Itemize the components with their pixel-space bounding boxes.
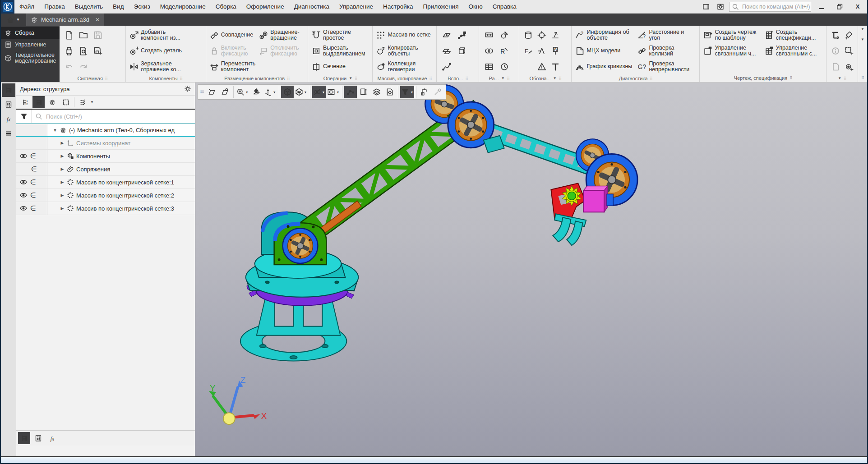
- tree-search-input[interactable]: [45, 113, 191, 120]
- viewport-3d[interactable]: ⠿⠿ ▼ ▼ ▼ ▼ ▼ ▼: [195, 83, 867, 456]
- robot-arm-model[interactable]: Y Z X: [195, 83, 867, 456]
- undo-button[interactable]: [63, 60, 75, 73]
- clipping-button[interactable]: ▼: [326, 86, 340, 98]
- print-button[interactable]: [63, 45, 75, 57]
- bottom-tab-tree[interactable]: [18, 432, 30, 444]
- move-component-button[interactable]: Переместить компонент: [208, 59, 257, 74]
- visibility-eye-icon[interactable]: [20, 205, 27, 212]
- aux-plane-button[interactable]: [440, 29, 453, 41]
- tree-selection-button[interactable]: [60, 96, 72, 108]
- layers-display-button[interactable]: [370, 86, 383, 98]
- sheet-display-button[interactable]: [383, 86, 396, 98]
- menu-help[interactable]: Справка: [488, 0, 522, 14]
- menu-layout[interactable]: Оформление: [241, 0, 289, 14]
- continuity-check-button[interactable]: G?Проверка непрерывности: [636, 59, 697, 74]
- mirror-components-button[interactable]: Зеркальное отражение ко...: [128, 59, 195, 74]
- mode-solid-modeling[interactable]: Твердотельное моделирование: [1, 51, 60, 66]
- orientation-button[interactable]: ▼: [263, 86, 277, 98]
- note-ruler-button[interactable]: [522, 60, 535, 73]
- linked-specs-button[interactable]: Управление связанными с...: [763, 43, 824, 59]
- tree-row-array-3[interactable]: ∈ ▶ Массив по концентрической сетке:3: [16, 202, 195, 215]
- add-camera-button[interactable]: [843, 60, 855, 73]
- expand-arrow-icon[interactable]: ▼: [53, 128, 57, 133]
- filter-button[interactable]: ▼: [400, 86, 414, 98]
- mode-management[interactable]: Управление: [1, 39, 60, 51]
- menu-window[interactable]: Окно: [463, 0, 487, 14]
- section-button[interactable]: Сечение: [310, 59, 370, 74]
- toolbar-drag-handle[interactable]: ⠿⠿: [199, 90, 204, 94]
- variables-panel-button[interactable]: fx: [2, 112, 15, 126]
- linked-drawings-button[interactable]: Управление связанными ч...: [702, 43, 762, 59]
- include-icon[interactable]: ∈: [29, 178, 37, 186]
- preview-button[interactable]: [77, 45, 90, 57]
- rebuild-button[interactable]: [829, 29, 842, 41]
- construction-mode-button[interactable]: [418, 86, 431, 98]
- wireframe-display-button[interactable]: ▼: [294, 86, 308, 98]
- include-icon[interactable]: ∈: [29, 152, 37, 160]
- info-report-button[interactable]: [829, 45, 842, 57]
- dim-time-button[interactable]: [498, 60, 511, 73]
- interface-layout-icon[interactable]: [700, 1, 712, 12]
- tree-row-array-1[interactable]: ∈ ▶ Массив по концентрической сетке:1: [16, 176, 195, 189]
- distance-angle-button[interactable]: ?Расстояние и угол: [636, 27, 697, 43]
- tab-close-icon[interactable]: ✕: [95, 17, 100, 23]
- tree-composition-button[interactable]: 12: [19, 96, 31, 108]
- interface-settings-icon[interactable]: [715, 1, 726, 12]
- note-cylinder-button[interactable]: [522, 29, 535, 41]
- aux-planes-button[interactable]: [440, 45, 453, 57]
- open-button[interactable]: [77, 29, 90, 41]
- cut-extrude-button[interactable]: Вырезать выдавливанием: [310, 43, 370, 59]
- tree-row-root[interactable]: ▼ (-) Mechanic arm (Тел-0, Сборочных ед: [16, 124, 195, 137]
- menu-management[interactable]: Управление: [334, 0, 378, 14]
- menu-select[interactable]: Выделить: [70, 0, 108, 14]
- bottom-tab-variables[interactable]: fx: [46, 432, 58, 444]
- save-as-button[interactable]: [92, 45, 104, 57]
- dim-radial-button[interactable]: [483, 45, 495, 57]
- tree-filter-funnel-icon[interactable]: [16, 110, 32, 123]
- tree-row-array-2[interactable]: ∈ ▶ Массив по концентрической сетке:2: [16, 189, 195, 202]
- geometry-collection-button[interactable]: Коллекция геометрии: [375, 59, 434, 74]
- menu-sketch[interactable]: Эскиз: [129, 0, 155, 14]
- dim-r-button[interactable]: R: [498, 45, 511, 57]
- tree-row-components[interactable]: ∈ ▶ Компоненты: [16, 150, 195, 163]
- close-button[interactable]: X: [850, 0, 865, 13]
- object-info-button[interactable]: ?Информация об объекте: [574, 27, 635, 43]
- panel-menu-button[interactable]: [2, 127, 15, 140]
- collision-check-button[interactable]: Проверка коллизий: [636, 43, 697, 59]
- create-spec-button[interactable]: Создать спецификаци...: [763, 27, 824, 43]
- tree-filter-dropdown-icon[interactable]: ▼: [90, 100, 94, 104]
- grid-array-button[interactable]: Массив по сетке: [375, 27, 434, 43]
- sketch-on-plane-button[interactable]: [206, 86, 218, 98]
- place-sketch-button[interactable]: [219, 86, 231, 98]
- add-view-button[interactable]: [843, 29, 855, 41]
- aux-point-chain-button[interactable]: [456, 29, 468, 41]
- bottom-tab-parameters[interactable]: [32, 432, 44, 444]
- save-button[interactable]: [92, 29, 104, 41]
- aux-local-csys-button[interactable]: [456, 45, 468, 57]
- include-icon[interactable]: ∈: [29, 191, 37, 199]
- group-grip-icon[interactable]: ⠿: [105, 76, 108, 81]
- note-tolerance-button[interactable]: [536, 60, 548, 73]
- copy-objects-button[interactable]: Копировать объекты: [375, 43, 434, 59]
- note-surface-button[interactable]: [549, 29, 562, 41]
- tab-mechanic-arm[interactable]: Mechanic arm.a3d ✕: [26, 14, 104, 26]
- unfix-component-button[interactable]: Отключить фиксацию: [258, 43, 305, 59]
- include-icon[interactable]: ∈: [30, 165, 38, 173]
- mass-properties-button[interactable]: МЦХ модели: [574, 43, 635, 59]
- fix-component-button[interactable]: Включить фиксацию: [208, 43, 257, 59]
- note-target-button[interactable]: [536, 29, 548, 41]
- dim-table-button[interactable]: [483, 60, 495, 73]
- tree-components-button[interactable]: [46, 96, 58, 108]
- note-leader-button[interactable]: E: [522, 45, 535, 57]
- create-part-button[interactable]: Создать деталь: [128, 43, 195, 59]
- report-button[interactable]: [829, 60, 842, 73]
- menu-settings[interactable]: Настройка: [378, 0, 418, 14]
- mate-coincident-button[interactable]: Совпадение: [208, 27, 257, 43]
- menu-assembly[interactable]: Сборка: [211, 0, 241, 14]
- add-component-button[interactable]: Добавить компонент из...: [128, 27, 195, 43]
- parameters-panel-button[interactable]: [2, 98, 15, 111]
- redo-button[interactable]: [77, 60, 90, 73]
- create-drawing-button[interactable]: Создать чертеж по шаблону: [702, 27, 762, 43]
- zoom-button[interactable]: ▼: [235, 86, 249, 98]
- app-logo-icon[interactable]: [1, 0, 14, 14]
